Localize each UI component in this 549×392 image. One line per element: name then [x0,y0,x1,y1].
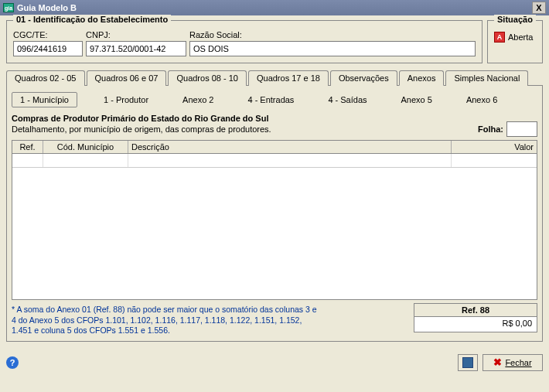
subtab-entradas[interactable]: 4 - Entradas [240,93,302,107]
cell-cod[interactable] [43,154,128,167]
tab-observacoes[interactable]: Observações [330,70,397,86]
cnpj-label: CNPJ: [86,30,186,39]
grid-header-cod[interactable]: Cód. Município [43,141,128,153]
section-title: Compras de Produtor Primário do Estado d… [12,114,271,123]
identificacao-fieldset: 01 - Identificação do Estabelecimento CG… [6,20,483,63]
footer-bar: ? ✖ Fechar [0,349,549,376]
main-tabs: Quadros 02 - 05 Quadros 06 e 07 Quadros … [6,70,543,86]
identificacao-legend: 01 - Identificação do Estabelecimento [13,15,171,24]
calculator-button[interactable] [458,354,478,371]
table-row[interactable] [12,154,537,168]
calculator-icon [462,357,473,368]
grid-header-desc[interactable]: Descrição [128,141,452,153]
close-x-icon: ✖ [493,356,502,368]
cell-ref[interactable] [12,154,43,167]
fechar-button[interactable]: ✖ Fechar [483,354,543,371]
subtab-anexo2[interactable]: Anexo 2 [175,93,221,107]
situacao-legend: Situação [494,15,536,24]
window-title: Guia Modelo B [17,3,77,12]
section-subtitle: Detalhamento, por município de origem, d… [12,124,271,134]
subtab-saidas[interactable]: 4 - Saídas [320,93,374,107]
data-grid[interactable]: Ref. Cód. Município Descrição Valor [12,140,537,300]
grid-header-valor[interactable]: Valor [452,141,537,153]
situacao-status-icon: A [494,32,505,43]
subtab-anexo5[interactable]: Anexo 5 [394,93,440,107]
tab-quadros-17-18[interactable]: Quadros 17 e 18 [248,70,329,86]
grid-header: Ref. Cód. Município Descrição Valor [12,141,537,154]
subtab-produtor[interactable]: 1 - Produtor [96,93,156,107]
subtab-anexo6[interactable]: Anexo 6 [459,93,505,107]
situacao-fieldset: Situação A Aberta [487,20,543,63]
situacao-text: Aberta [508,32,533,42]
tab-panel-anexos: 1 - Município 1 - Produtor Anexo 2 4 - E… [6,86,543,342]
grid-header-ref[interactable]: Ref. [12,141,43,153]
folha-input[interactable] [506,121,537,137]
footnote: * A soma do Anexo 01 (Ref. 88) não pode … [12,305,321,336]
cell-desc[interactable] [128,154,452,167]
tab-simples-nacional[interactable]: Simples Nacional [445,70,528,86]
razao-label: Razão Social: [189,30,476,39]
tab-anexos[interactable]: Anexos [399,70,445,86]
cgc-label: CGC/TE: [13,30,83,39]
ref88-value: R$ 0,00 [414,317,537,332]
tab-quadros-02-05[interactable]: Quadros 02 - 05 [6,70,85,86]
cnpj-input[interactable] [86,41,186,56]
ref88-box: Ref. 88 R$ 0,00 [414,303,537,332]
grid-body[interactable] [12,154,537,299]
app-icon: gia [3,3,14,12]
subtabs: 1 - Município 1 - Produtor Anexo 2 4 - E… [12,92,537,107]
cell-valor[interactable] [452,154,537,167]
window-close-button[interactable]: X [532,2,546,14]
titlebar: gia Guia Modelo B X [0,0,549,15]
help-icon[interactable]: ? [6,356,19,369]
tab-quadros-08-10[interactable]: Quadros 08 - 10 [168,70,247,86]
fechar-label: Fechar [505,358,531,367]
folha-label: Folha: [478,124,503,134]
ref88-label: Ref. 88 [414,303,537,317]
tab-quadros-06-07[interactable]: Quadros 06 e 07 [87,70,167,86]
cgc-input[interactable] [13,41,83,56]
razao-input[interactable] [189,41,476,56]
subtab-municipio[interactable]: 1 - Município [12,92,77,107]
